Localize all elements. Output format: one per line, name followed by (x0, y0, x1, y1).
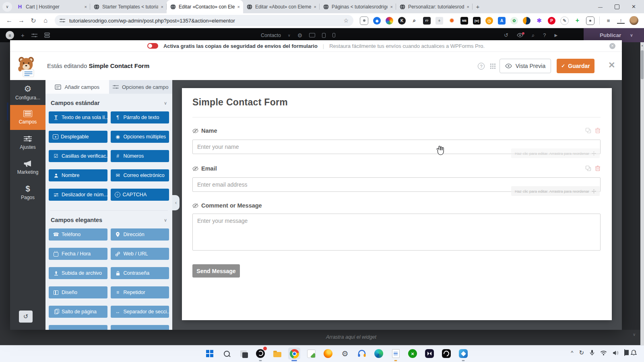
plus-green-extension-icon[interactable]: + (574, 17, 581, 25)
browser-tab-starter-templates[interactable]: Starter Templates < tutorialesro × (90, 0, 167, 13)
nav-item-marketing[interactable]: Marketing (10, 155, 45, 180)
field-button-repeater[interactable]: ≡Repetidor (111, 286, 169, 298)
color-wheel-extension-icon[interactable] (386, 17, 393, 25)
swirl-app-extension-icon[interactable] (523, 17, 530, 25)
tab-close-icon[interactable]: × (390, 4, 393, 9)
taskbar-studio[interactable] (440, 348, 452, 360)
field-label-name[interactable]: Name (192, 128, 217, 134)
tab-close-icon[interactable]: × (467, 4, 469, 9)
taskbar-edge[interactable] (373, 348, 385, 360)
browser-tab-cart[interactable]: H Cart | Hostinger × (14, 0, 90, 13)
field-button-email[interactable]: ✉Correo electrónico (111, 169, 169, 181)
browser-tab-paginas[interactable]: Páginas < tutorialesrodrigo.con × (320, 0, 396, 13)
shortcuts-grid-icon[interactable] (490, 63, 496, 69)
mb-app-extension-icon[interactable]: MB (460, 17, 468, 25)
tab-close-icon[interactable]: × (161, 4, 163, 9)
publish-caret-icon[interactable]: ∨ (630, 33, 633, 37)
field-button-partial[interactable] (49, 325, 107, 330)
browser-tab-editar-contacto[interactable]: Editar «Contacto» con Elemento × (167, 0, 243, 13)
global-settings-icon[interactable] (31, 33, 37, 38)
taskbar-xbox[interactable]: × (407, 348, 419, 360)
field-button-address[interactable]: Dirección (111, 228, 169, 241)
field-button-multiple-choice[interactable]: ◉Opciones múltiples (111, 131, 169, 143)
tab-close-icon[interactable]: × (85, 4, 87, 9)
panel-collapse-handle[interactable]: ‹ (172, 195, 180, 210)
field-button-section-divider[interactable]: ↔Separador de secci... (111, 306, 169, 318)
microphone-icon[interactable] (590, 350, 594, 356)
start-button[interactable] (204, 348, 216, 360)
field-button-date-time[interactable]: Fecha / Hora (49, 248, 107, 260)
window-close-button[interactable]: ✕ (632, 4, 636, 10)
blue-app-extension-icon[interactable]: ◆ (373, 17, 381, 25)
extensions-puzzle-icon[interactable] (586, 16, 594, 25)
trash-icon[interactable] (595, 165, 601, 171)
fonts-app-extension-icon[interactable]: f? (423, 17, 431, 25)
k-app-extension-icon[interactable]: K (398, 17, 406, 25)
field-button-layout[interactable]: Diseño (49, 286, 107, 298)
revisions-button[interactable]: ↺ (19, 311, 33, 323)
tab-close-icon[interactable]: × (237, 4, 240, 9)
pen-app-extension-icon[interactable]: ✎ (560, 16, 569, 25)
scrollbar-up-arrow[interactable]: ▲ (640, 42, 644, 47)
save-button[interactable]: ✓ Guardar (557, 59, 594, 73)
tab-close-icon[interactable]: × (314, 4, 316, 9)
nav-item-configuracion[interactable]: ⚙ Configura... (10, 80, 45, 105)
field-label-comment[interactable]: Comment or Message (192, 202, 262, 209)
help-icon[interactable]: ? (543, 32, 546, 38)
page-settings-gear-icon[interactable]: ⚙ (297, 32, 303, 39)
back-icon[interactable]: ← (3, 17, 15, 24)
desktop-preview-icon[interactable] (309, 33, 315, 37)
tab-search-chevron-icon[interactable]: ∨ (2, 2, 12, 12)
volume-icon[interactable] (613, 350, 619, 356)
play-icon[interactable]: ▶ (554, 33, 557, 37)
taskbar-notes[interactable] (390, 348, 402, 360)
history-icon[interactable]: ↺ (504, 32, 508, 38)
field-button-page-break[interactable]: Salto de página (49, 306, 107, 318)
nav-item-ajustes[interactable]: Ajustes (10, 130, 45, 155)
spark-extension-icon[interactable]: ✹ (448, 17, 456, 25)
taskbar-search[interactable] (221, 348, 233, 360)
tab-add-fields[interactable]: Añadir campos (45, 80, 109, 94)
collapse-caret-icon[interactable]: ∨ (633, 332, 636, 337)
address-bar[interactable]: tutorialesrodrigo.com/wp-admin/post.php?… (55, 15, 353, 26)
submit-button-preview[interactable]: Send Message (192, 264, 240, 278)
field-button-number-slider[interactable]: Deslizador de núm... (49, 189, 107, 201)
taskbar-chrome[interactable] (288, 348, 300, 360)
taskbar-settings[interactable]: ⚙ (339, 348, 351, 360)
bell-dnd-icon[interactable]: z (631, 350, 637, 356)
duplicate-icon[interactable] (585, 128, 591, 134)
section-campos-estandar[interactable]: Campos estándar ∨ (51, 100, 167, 106)
nav-item-campos[interactable]: Campos (10, 105, 45, 130)
taskbar-snipping-tool[interactable] (237, 348, 250, 360)
reading-list-icon[interactable]: ≡ (605, 17, 612, 25)
site-info-icon[interactable] (60, 18, 65, 23)
add-element-icon[interactable]: + (21, 32, 25, 39)
wifi-icon[interactable] (600, 350, 607, 356)
field-button-password[interactable]: Contraseña (111, 267, 169, 279)
tab-field-options[interactable]: Opciones de campo (109, 80, 173, 94)
form-title[interactable]: Simple Contact Form (192, 97, 288, 108)
page-scrollbar[interactable]: ▲ (640, 42, 644, 345)
nav-item-pagos[interactable]: $ Pagos (10, 180, 45, 205)
taskbar-file-explorer[interactable] (271, 348, 283, 360)
field-label-email[interactable]: Email (192, 165, 217, 172)
profile-avatar[interactable] (630, 16, 638, 25)
search-lens-extension-icon[interactable]: ⌕ (411, 17, 418, 25)
document-name[interactable]: Contacto (261, 33, 281, 38)
tablet-preview-icon[interactable] (322, 33, 326, 38)
browser-tab-editar-about[interactable]: Editar «About» con Elementor × (243, 0, 320, 13)
tray-chevron-up-icon[interactable]: ^ (571, 350, 573, 356)
field-button-numbers[interactable]: #Números (111, 150, 169, 162)
new-tab-button[interactable]: + (473, 2, 483, 12)
forward-icon[interactable]: → (15, 17, 27, 24)
section-campos-elegantes[interactable]: Campos elegantes ∨ (51, 217, 167, 223)
mobile-preview-icon[interactable] (332, 33, 335, 37)
preview-button[interactable]: Vista Previa (500, 59, 551, 73)
preview-changes-eye-icon[interactable] (517, 33, 523, 37)
camera-extension-icon[interactable] (360, 16, 368, 25)
downloads-icon[interactable]: ↑ (617, 17, 625, 24)
taskbar-obs[interactable] (254, 348, 266, 360)
field-button-website-url[interactable]: Web / URL (111, 248, 169, 260)
field-button-paragraph[interactable]: ¶Párrafo de texto (111, 111, 169, 123)
document-caret-icon[interactable]: ∨ (288, 33, 291, 37)
